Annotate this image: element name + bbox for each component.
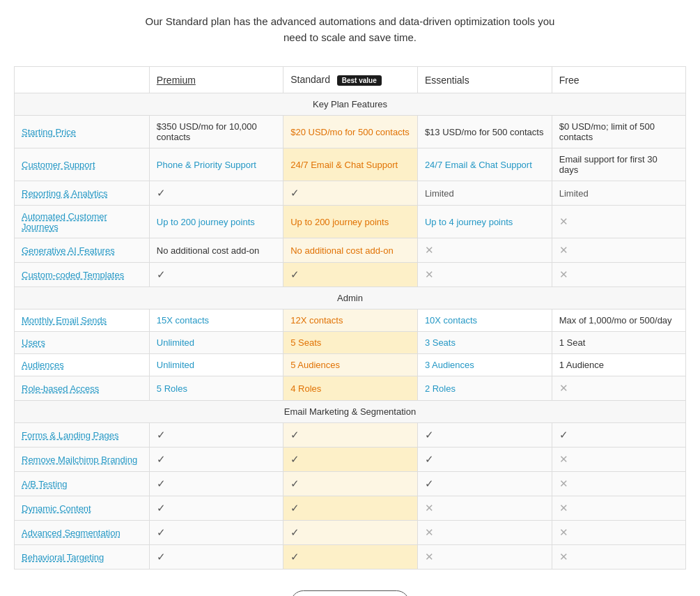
feature-link[interactable]: Starting Price xyxy=(22,127,76,137)
table-cell: ✓ xyxy=(283,423,418,448)
x-icon: ✕ xyxy=(559,244,568,256)
table-cell: ✓ xyxy=(149,423,283,448)
table-cell: ✕ xyxy=(552,521,685,545)
feature-link[interactable]: Reporting & Analytics xyxy=(22,188,108,199)
cell-value: 24/7 Email & Chat Support xyxy=(290,160,398,170)
table-cell: Up to 200 journey points xyxy=(149,206,283,238)
cell-value: 3 Audiences xyxy=(425,360,474,370)
feature-link[interactable]: Dynamic Content xyxy=(22,503,91,514)
table-cell: ✕ xyxy=(417,545,552,570)
feature-name-cell: Reporting & Analytics xyxy=(15,181,150,206)
x-icon: ✕ xyxy=(425,502,434,514)
standard-plan-label[interactable]: Standard xyxy=(290,74,330,85)
feature-link[interactable]: Users xyxy=(22,337,45,348)
table-cell: 15X contacts xyxy=(149,310,283,332)
feature-link[interactable]: Forms & Landing Pages xyxy=(22,430,118,441)
section-title: Admin xyxy=(15,287,686,310)
table-cell: Unlimited xyxy=(149,354,283,376)
hero-text: Our Standard plan has the advanced autom… xyxy=(141,14,559,45)
table-cell: 4 Roles xyxy=(283,376,418,401)
cell-value: 5 Seats xyxy=(290,337,321,348)
feature-name-cell: Behavioral Targeting xyxy=(15,545,150,570)
compare-all-section: Compare all features xyxy=(14,590,686,596)
premium-plan-label[interactable]: Premium xyxy=(157,75,196,86)
feature-link[interactable]: Audiences xyxy=(22,360,64,370)
table-row: Reporting & Analytics ✓ ✓ Limited Limite… xyxy=(15,181,686,206)
table-cell: 3 Audiences xyxy=(417,354,552,376)
feature-link[interactable]: Generative AI Features xyxy=(22,245,115,256)
cell-value: 24/7 Email & Chat Support xyxy=(425,160,532,170)
hero-section: Our Standard plan has the advanced autom… xyxy=(14,14,686,45)
table-cell: 1 Seat xyxy=(552,332,685,354)
essentials-plan-label[interactable]: Essentials xyxy=(425,75,469,86)
table-cell: ✓ xyxy=(283,496,418,521)
cell-value: $20 USD/mo for 500 contacts xyxy=(290,127,410,137)
feature-link[interactable]: A/B Testing xyxy=(22,479,68,489)
table-cell: 3 Seats xyxy=(417,332,552,354)
x-icon: ✕ xyxy=(559,502,568,514)
table-cell: Limited xyxy=(417,181,552,206)
table-header-row: Premium Standard Best value Essentials F… xyxy=(15,67,686,93)
table-cell: $20 USD/mo for 500 contacts xyxy=(283,116,418,148)
free-plan-label[interactable]: Free xyxy=(559,75,580,86)
feature-link[interactable]: Monthly Email Sends xyxy=(22,315,107,326)
feature-name-cell: Custom-coded Templates xyxy=(15,263,150,287)
table-row: Advanced Segmentation ✓ ✓ ✕ ✕ xyxy=(15,521,686,545)
cell-value: Up to 4 journey points xyxy=(425,217,513,227)
table-cell: ✕ xyxy=(552,238,685,263)
cell-value: $13 USD/mo for 500 contacts xyxy=(425,127,544,137)
feature-link[interactable]: Behavioral Targeting xyxy=(22,552,104,563)
table-cell: ✓ xyxy=(149,496,283,521)
table-cell: 5 Seats xyxy=(283,332,418,354)
feature-link[interactable]: Role-based Access xyxy=(22,383,99,394)
feature-name-cell: Users xyxy=(15,332,150,354)
table-cell: ✓ xyxy=(149,448,283,472)
section-header-row: Admin xyxy=(15,287,686,310)
table-row: Role-based Access 5 Roles 4 Roles 2 Role… xyxy=(15,376,686,401)
cell-value: No additional cost add-on xyxy=(157,245,259,256)
table-cell: ✓ xyxy=(283,521,418,545)
cell-value: Email support for first 30 days xyxy=(559,154,658,175)
x-icon: ✕ xyxy=(425,526,434,538)
cell-value: Up to 200 journey points xyxy=(157,217,255,227)
section-title: Email Marketing & Segmentation xyxy=(15,401,686,423)
feature-link[interactable]: Customer Support xyxy=(22,160,95,170)
check-icon: ✓ xyxy=(157,477,166,489)
table-row: Custom-coded Templates ✓ ✓ ✕ ✕ xyxy=(15,263,686,287)
cell-value: Up to 200 journey points xyxy=(290,217,389,227)
feature-link[interactable]: Advanced Segmentation xyxy=(22,528,120,538)
table-cell: ✓ xyxy=(149,521,283,545)
cell-value: Phone & Priority Support xyxy=(157,160,256,170)
compare-all-button[interactable]: Compare all features xyxy=(290,590,410,596)
check-icon: ✓ xyxy=(157,187,166,199)
table-row: Customer Support Phone & Priority Suppor… xyxy=(15,148,686,181)
premium-col-header: Premium xyxy=(149,67,283,93)
table-cell: 2 Roles xyxy=(417,376,552,401)
feature-name-cell: Dynamic Content xyxy=(15,496,150,521)
feature-link[interactable]: Automated Customer Journeys xyxy=(22,211,107,232)
table-row: Starting Price $350 USD/mo for 10,000 co… xyxy=(15,116,686,148)
table-cell: Unlimited xyxy=(149,332,283,354)
cell-value: 10X contacts xyxy=(425,315,477,326)
table-row: Automated Customer Journeys Up to 200 jo… xyxy=(15,206,686,238)
feature-link[interactable]: Custom-coded Templates xyxy=(22,270,124,280)
table-cell: Email support for first 30 days xyxy=(552,148,685,181)
table-cell: $350 USD/mo for 10,000 contacts xyxy=(149,116,283,148)
table-row: Remove Mailchimp Branding ✓ ✓ ✓ ✕ xyxy=(15,448,686,472)
check-icon: ✓ xyxy=(157,502,166,514)
feature-name-cell: Generative AI Features xyxy=(15,238,150,263)
free-col-header: Free xyxy=(552,67,685,93)
feature-link[interactable]: Remove Mailchimp Branding xyxy=(22,454,137,465)
cell-value: 3 Seats xyxy=(425,337,456,348)
cell-value: 15X contacts xyxy=(157,315,209,326)
cell-value: 1 Audience xyxy=(559,360,604,370)
table-cell: ✓ xyxy=(283,448,418,472)
cell-value: Limited xyxy=(425,188,454,199)
cell-value: 5 Roles xyxy=(157,383,187,394)
table-row: Generative AI Features No additional cos… xyxy=(15,238,686,263)
check-icon: ✓ xyxy=(290,551,300,563)
cell-value: No additional cost add-on xyxy=(290,245,393,256)
cell-value: 2 Roles xyxy=(425,383,456,394)
table-cell: $0 USD/mo; limit of 500 contacts xyxy=(552,116,685,148)
table-cell: ✕ xyxy=(552,376,685,401)
